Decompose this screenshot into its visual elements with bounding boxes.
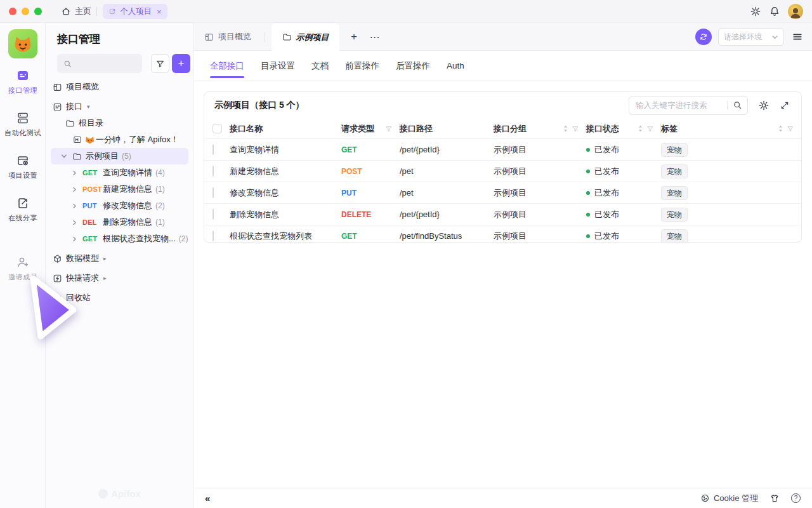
- tree-item-data-model[interactable]: 数据模型 ▸: [51, 250, 188, 267]
- more-tabs-icon[interactable]: ⋯: [366, 23, 384, 51]
- menu-hamburger-icon[interactable]: [792, 31, 803, 43]
- filter-funnel-icon: [155, 59, 165, 69]
- tab-project-overview[interactable]: 项目概览: [204, 23, 251, 51]
- column-header-name[interactable]: 接口名称: [230, 119, 341, 138]
- rail-item-api-manage[interactable]: 接口管理: [0, 69, 46, 95]
- filter-funnel-icon[interactable]: [646, 125, 654, 133]
- tag-badge: 宠物: [661, 164, 688, 178]
- sort-icon[interactable]: [778, 124, 783, 133]
- window-controls: [9, 8, 42, 15]
- home-nav[interactable]: 主页: [61, 0, 91, 23]
- tree-item-quick-request[interactable]: 快捷请求 ▸: [51, 270, 188, 286]
- project-subtabs: 全部接口 目录设置 文档 前置操作 后置操作 Auth: [193, 51, 812, 81]
- subtab-pre-processors[interactable]: 前置操作: [345, 51, 379, 81]
- notifications-bell-icon[interactable]: [769, 6, 780, 17]
- chevron-right-icon[interactable]: [72, 170, 77, 176]
- tree-item-label: 回收站: [66, 292, 91, 304]
- tree-item-doc[interactable]: 一分钟，了解 Apifox！: [51, 131, 188, 148]
- api-group: 示例项目: [494, 209, 586, 220]
- search-icon[interactable]: [732, 100, 743, 110]
- cookie-manager-button[interactable]: Cookie 管理: [700, 493, 758, 504]
- expand-fullscreen-icon[interactable]: [780, 100, 790, 110]
- chevron-right-icon[interactable]: [72, 203, 77, 209]
- add-tab-button[interactable]: +: [346, 23, 362, 51]
- filter-funnel-icon[interactable]: [787, 125, 794, 133]
- table-row[interactable]: 新建宠物信息 POST /pet 示例项目 已发布 宠物: [204, 161, 801, 182]
- caret-right-icon: ▸: [103, 255, 107, 262]
- subtab-docs[interactable]: 文档: [311, 51, 329, 81]
- environment-select[interactable]: 请选择环境: [718, 28, 784, 46]
- row-checkbox[interactable]: [213, 187, 214, 198]
- column-header-tag[interactable]: 标签: [661, 119, 801, 138]
- table-row[interactable]: 根据状态查找宠物列表 GET /pet/findByStatus 示例项目 已发…: [204, 225, 801, 246]
- tree-item-label: 数据模型: [66, 253, 99, 264]
- row-checkbox[interactable]: [213, 144, 214, 155]
- rail-item-invite-members[interactable]: 邀请成员: [0, 255, 46, 282]
- column-header-status[interactable]: 接口状态: [586, 119, 661, 138]
- subtab-post-processors[interactable]: 后置操作: [396, 51, 430, 81]
- row-checkbox[interactable]: [213, 209, 214, 220]
- user-avatar[interactable]: [788, 4, 803, 19]
- tree-item-example-folder[interactable]: 示例项目 (5): [51, 148, 188, 164]
- apifox-logo[interactable]: [8, 29, 37, 58]
- close-icon[interactable]: ×: [157, 8, 162, 16]
- table-search-input[interactable]: [629, 96, 748, 115]
- column-header-group[interactable]: 接口分组: [494, 119, 586, 138]
- tree-item-root-folder[interactable]: 根目录: [51, 115, 188, 131]
- sort-icon[interactable]: [638, 124, 643, 133]
- method-badge: POST: [341, 167, 362, 176]
- row-checkbox[interactable]: [213, 166, 214, 177]
- tree-item-label: 一分钟，了解 Apifox！: [96, 134, 179, 145]
- subtab-all-apis[interactable]: 全部接口: [210, 51, 244, 81]
- column-header-path[interactable]: 接口路径: [400, 119, 494, 138]
- chevron-down-icon: [771, 34, 778, 41]
- table-row[interactable]: 查询宠物详情 GET /pet/{petId} 示例项目 已发布 宠物: [204, 139, 801, 161]
- table-row[interactable]: 删除宠物信息 DELETE /pet/{petId} 示例项目 已发布 宠物: [204, 204, 801, 225]
- chevron-right-icon[interactable]: [72, 236, 77, 242]
- api-status: 已发布: [586, 144, 661, 156]
- sidebar-add-button[interactable]: +: [172, 54, 190, 73]
- rail-item-project-settings[interactable]: 项目设置: [0, 154, 46, 180]
- rail-label: 邀请成员: [0, 272, 46, 282]
- chevron-right-icon[interactable]: [72, 220, 77, 225]
- zoom-window-button[interactable]: [34, 8, 42, 15]
- sync-button[interactable]: [695, 29, 712, 45]
- tree-item-label: 示例项目: [86, 150, 119, 162]
- minimize-window-button[interactable]: [22, 8, 29, 15]
- subtab-auth[interactable]: Auth: [447, 51, 464, 81]
- tree-item-api[interactable]: GET 查询宠物详情 (4): [51, 164, 188, 181]
- row-checkbox[interactable]: [213, 231, 214, 241]
- tree-item-label: 查询宠物详情: [103, 167, 152, 178]
- chevron-right-icon[interactable]: [72, 187, 77, 192]
- search-icon: [63, 59, 72, 69]
- rail-item-online-share[interactable]: 在线分享: [0, 196, 46, 223]
- chevron-down-icon[interactable]: [61, 153, 67, 159]
- filter-funnel-icon[interactable]: [572, 125, 579, 133]
- table-settings-gear-icon[interactable]: [758, 100, 769, 111]
- column-header-method[interactable]: 请求类型: [341, 119, 400, 138]
- tree-item-label: 修改宠物信息: [103, 200, 152, 211]
- tab-example-project[interactable]: 示例项目: [272, 23, 339, 51]
- tree-item-label: 删除宠物信息: [103, 217, 152, 228]
- select-all-checkbox[interactable]: [213, 124, 222, 133]
- tree-item-api[interactable]: PUT 修改宠物信息 (2): [51, 197, 188, 214]
- subtab-folder-settings[interactable]: 目录设置: [261, 51, 295, 81]
- settings-gear-icon[interactable]: [750, 6, 761, 17]
- collapse-sidebar-icon[interactable]: «: [205, 493, 209, 504]
- tree-item-api[interactable]: DEL 删除宠物信息 (1): [51, 214, 188, 231]
- sidebar-search-input[interactable]: [57, 54, 142, 73]
- tree-item-api[interactable]: GET 根据状态查找宠物... (2): [51, 231, 188, 247]
- filter-funnel-icon[interactable]: [385, 125, 393, 133]
- sort-icon[interactable]: [563, 124, 568, 133]
- tree-item-project-overview[interactable]: 项目概览: [51, 79, 188, 95]
- rail-item-automation-test[interactable]: 自动化测试: [0, 111, 46, 138]
- project-tab[interactable]: 个人项目 ×: [103, 4, 167, 19]
- table-row[interactable]: 修改宠物信息 PUT /pet 示例项目 已发布 宠物: [204, 182, 801, 204]
- sidebar-filter-button[interactable]: [151, 54, 169, 73]
- tree-item-api-section[interactable]: 接口 ▾: [51, 98, 188, 115]
- tree-item-recycle-bin[interactable]: 回收站: [51, 290, 188, 306]
- tree-item-api[interactable]: POST 新建宠物信息 (1): [51, 181, 188, 197]
- theme-tshirt-icon[interactable]: [769, 493, 780, 504]
- help-icon[interactable]: ?: [791, 493, 801, 503]
- close-window-button[interactable]: [9, 8, 16, 15]
